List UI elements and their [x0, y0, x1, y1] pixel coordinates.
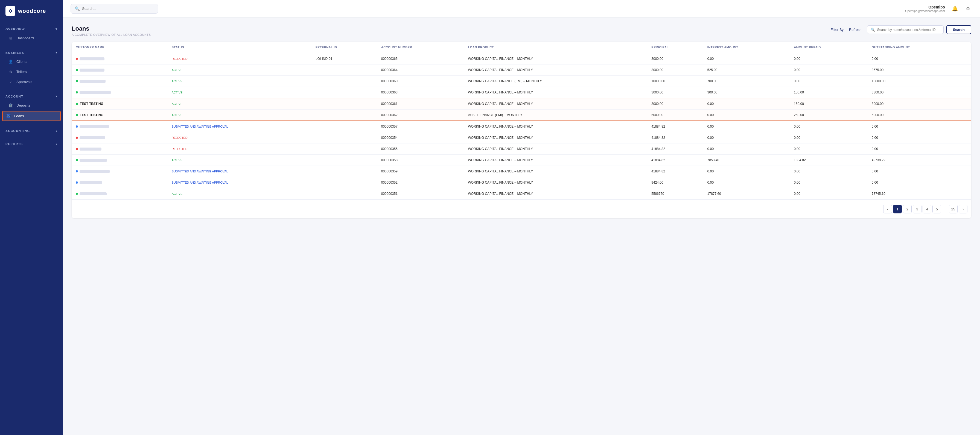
- table-row[interactable]: REJECTED000000354WORKING CAPITAL FINANCE…: [72, 132, 971, 143]
- grid-icon: ⊞: [8, 36, 13, 40]
- table-row[interactable]: TEST TESTING ACTIVE000000361WORKING CAPI…: [72, 98, 971, 110]
- search-icon: 🔍: [870, 28, 875, 32]
- table-row[interactable]: TEST TESTING ACTIVE000000362ASSET FINANC…: [72, 110, 971, 121]
- table-search-input-wrapper[interactable]: 🔍: [867, 25, 943, 34]
- logo-icon: [5, 6, 15, 16]
- customer-name-cell: [72, 132, 168, 143]
- table-row[interactable]: ACTIVE000000351WORKING CAPITAL FINANCE –…: [72, 188, 971, 200]
- loan-product-cell: WORKING CAPITAL FINANCE – MONTHLY: [464, 155, 648, 166]
- status-cell: ACTIVE: [168, 188, 312, 200]
- principal-cell: 41884.82: [648, 155, 703, 166]
- loan-product-cell: WORKING CAPITAL FINANCE – MONTHLY: [464, 121, 648, 132]
- chevron-down-icon: ▾: [56, 95, 58, 98]
- user-icon: 👤: [8, 60, 13, 64]
- principal-cell: 5000.00: [648, 110, 703, 121]
- sidebar-item-approvals[interactable]: ✓ Approvals: [0, 77, 63, 87]
- sidebar-item-clients[interactable]: 👤 Clients: [0, 57, 63, 67]
- table-row[interactable]: ACTIVE000000363WORKING CAPITAL FINANCE –…: [72, 87, 971, 98]
- chevron-right-icon: ›: [56, 142, 57, 146]
- sidebar-section-business-header[interactable]: BUSINESS ▾: [0, 48, 63, 57]
- page-2-button[interactable]: 2: [903, 205, 912, 213]
- sidebar-item-tellers[interactable]: ⊕ Tellers: [0, 67, 63, 77]
- amount-repaid-cell: 0.00: [790, 121, 868, 132]
- page-last-button[interactable]: 25: [949, 205, 958, 213]
- customer-name-cell: [72, 65, 168, 76]
- account-number-cell: 000000365: [377, 53, 464, 65]
- amount-repaid-cell: 150.00: [790, 98, 868, 110]
- chevron-right-icon: ›: [56, 129, 57, 133]
- account-number-cell: 000000363: [377, 87, 464, 98]
- customer-name-cell: [72, 87, 168, 98]
- loan-product-cell: WORKING CAPITAL FINANCE – MONTHLY: [464, 143, 648, 155]
- outstanding-amount-cell: 3300.00: [868, 87, 971, 98]
- table-row[interactable]: SUBMITTED AND AWAITING APPROVAL000000357…: [72, 121, 971, 132]
- external-id-cell: [312, 155, 377, 166]
- external-id-cell: [312, 121, 377, 132]
- table-row[interactable]: ACTIVE000000360WORKING CAPITAL FINANCE (…: [72, 76, 971, 87]
- status-cell: ACTIVE: [168, 87, 312, 98]
- header-icons: 🔔 ⚙: [950, 4, 972, 13]
- table-row[interactable]: REJECTED000000355WORKING CAPITAL FINANCE…: [72, 143, 971, 155]
- chevron-down-icon: ▾: [56, 51, 58, 54]
- interest-amount-cell: 0.00: [703, 143, 790, 155]
- status-cell: ACTIVE: [168, 155, 312, 166]
- search-button[interactable]: Search: [947, 25, 971, 34]
- prev-page-button[interactable]: ‹: [883, 205, 892, 213]
- interest-amount-cell: 0.00: [703, 110, 790, 121]
- header-user[interactable]: Opemipo Opemipo@woodcoreapp.com: [905, 5, 945, 13]
- next-page-button[interactable]: ›: [959, 205, 967, 213]
- logo-text: woodcore: [18, 8, 46, 14]
- page-5-button[interactable]: 5: [932, 205, 941, 213]
- page-1-button[interactable]: 1: [893, 205, 902, 213]
- refresh-link[interactable]: Refresh: [849, 28, 862, 32]
- account-number-cell: 000000352: [377, 177, 464, 188]
- table-row[interactable]: REJECTEDLOI-IND-01000000365WORKING CAPIT…: [72, 53, 971, 65]
- chevron-down-icon: ▾: [56, 27, 58, 31]
- sidebar-item-deposits[interactable]: 🏦 Deposits: [0, 100, 63, 110]
- table-row[interactable]: ACTIVE000000358WORKING CAPITAL FINANCE –…: [72, 155, 971, 166]
- sidebar-section-accounting-header[interactable]: ACCOUNTING ›: [0, 126, 63, 135]
- loan-product-cell: WORKING CAPITAL FINANCE – MONTHLY: [464, 188, 648, 200]
- status-cell: ACTIVE: [168, 98, 312, 110]
- loan-product-cell: ASSET FINANCE (EMI) – MONTHLY: [464, 110, 648, 121]
- amount-repaid-cell: 1884.82: [790, 155, 868, 166]
- table-row[interactable]: SUBMITTED AND AWAITING APPROVAL000000352…: [72, 177, 971, 188]
- table-row[interactable]: SUBMITTED AND AWAITING APPROVAL000000359…: [72, 166, 971, 177]
- amount-repaid-cell: 150.00: [790, 87, 868, 98]
- col-status: STATUS: [168, 42, 312, 53]
- page-4-button[interactable]: 4: [923, 205, 931, 213]
- approvals-icon: ✓: [8, 80, 13, 84]
- account-number-cell: 000000355: [377, 143, 464, 155]
- col-account-number: ACCOUNT NUMBER: [377, 42, 464, 53]
- outstanding-amount-cell: 10800.00: [868, 76, 971, 87]
- outstanding-amount-cell: 0.00: [868, 166, 971, 177]
- sidebar-section-overview-header[interactable]: OVERVIEW ▾: [0, 24, 63, 33]
- sidebar-item-loans[interactable]: 🏧 Loans: [2, 111, 61, 121]
- sidebar-section-overview: OVERVIEW ▾ ⊞ Dashboard: [0, 22, 63, 45]
- principal-cell: 3000.00: [648, 65, 703, 76]
- status-cell: REJECTED: [168, 143, 312, 155]
- notifications-button[interactable]: 🔔: [950, 4, 959, 13]
- sidebar-section-account-header[interactable]: ACCOUNT ▾: [0, 91, 63, 100]
- filter-by-link[interactable]: Filter By: [830, 28, 843, 32]
- account-number-cell: 000000359: [377, 166, 464, 177]
- sidebar-section-reports-header[interactable]: REPORTS ›: [0, 139, 63, 148]
- external-id-cell: [312, 143, 377, 155]
- amount-repaid-cell: 0.00: [790, 143, 868, 155]
- outstanding-amount-cell: 0.00: [868, 121, 971, 132]
- header-search-bar[interactable]: 🔍: [70, 4, 158, 14]
- outstanding-amount-cell: 3000.00: [868, 98, 971, 110]
- page-3-button[interactable]: 3: [913, 205, 921, 213]
- external-id-cell: [312, 65, 377, 76]
- sidebar-item-dashboard[interactable]: ⊞ Dashboard: [0, 33, 63, 43]
- account-number-cell: 000000362: [377, 110, 464, 121]
- settings-button[interactable]: ⚙: [964, 4, 972, 13]
- loan-product-cell: WORKING CAPITAL FINANCE – MONTHLY: [464, 177, 648, 188]
- table-row[interactable]: ACTIVE000000364WORKING CAPITAL FINANCE –…: [72, 65, 971, 76]
- status-cell: ACTIVE: [168, 65, 312, 76]
- table-search-input[interactable]: [877, 28, 937, 32]
- header-search-input[interactable]: [82, 6, 154, 11]
- customer-name-cell: TEST TESTING: [72, 110, 168, 121]
- col-outstanding-amount: OUTSTANDING AMOUNT: [868, 42, 971, 53]
- teller-icon: ⊕: [8, 70, 13, 74]
